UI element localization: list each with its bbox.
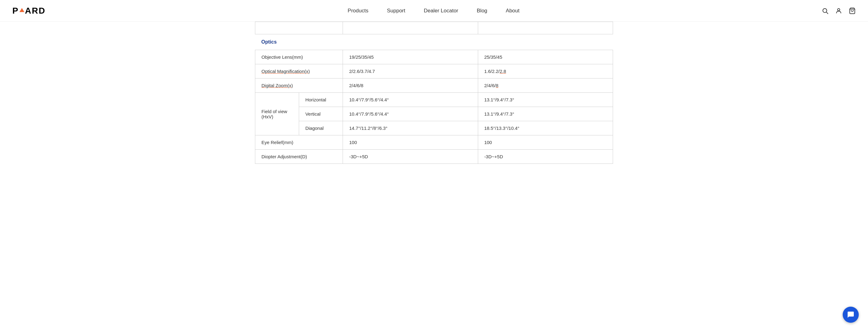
digital-zoom-label-text: Digital Zoom(x) [261, 83, 293, 88]
digital-zoom-label: Digital Zoom(x) [255, 79, 343, 93]
search-icon [822, 7, 829, 14]
optical-magnification-label-text: Optical Magnification(x) [261, 68, 310, 74]
diopter-col1: -3D~+5D [343, 149, 478, 164]
header-icons [822, 7, 856, 14]
section-optics-label: Optics [255, 34, 613, 50]
cart-button[interactable] [849, 7, 856, 14]
diopter-label: Diopter Adjustment(D) [255, 149, 343, 164]
nav-blog[interactable]: Blog [477, 8, 487, 14]
optical-magnification-col2-prefix: 1.6/2.2/ [484, 68, 500, 74]
table-row-section-optics: Optics [255, 34, 613, 50]
cart-icon [849, 7, 856, 14]
optical-magnification-col2: 1.6/2.2/2.8 [478, 64, 613, 79]
logo-triangle-icon [20, 8, 24, 12]
nav-dealer-locator[interactable]: Dealer Locator [424, 8, 458, 14]
nav-products[interactable]: Products [347, 8, 368, 14]
table-row-optical-magnification: Optical Magnification(x) 2/2.6/3.7/4.7 1… [255, 64, 613, 79]
table-row-eye-relief: Eye Relief(mm) 100 100 [255, 135, 613, 149]
logo-ard: ARD [25, 6, 46, 16]
top-partial-cell1 [255, 22, 343, 34]
fov-vertical-col2: 13.1°/9.4°/7.3° [478, 107, 613, 121]
optical-magnification-label: Optical Magnification(x) [255, 64, 343, 79]
spec-table: Optics Objective Lens(mm) 19/25/35/45 25… [255, 22, 613, 164]
nav-about[interactable]: About [506, 8, 520, 14]
table-row-fov-vertical: Vertical 10.4°/7.9°/5.6°/4.4° 13.1°/9.4°… [255, 107, 613, 121]
objective-lens-col1: 19/25/35/45 [343, 50, 478, 64]
digital-zoom-col2-prefix: 2/4/6/ [484, 83, 496, 88]
table-row-objective-lens: Objective Lens(mm) 19/25/35/45 25/35/45 [255, 50, 613, 64]
fov-vertical-col1: 10.4°/7.9°/5.6°/4.4° [343, 107, 478, 121]
user-icon [835, 7, 842, 14]
eye-relief-label: Eye Relief(mm) [255, 135, 343, 149]
header: P ARD Products Support Dealer Locator Bl… [0, 0, 868, 22]
table-row-diopter: Diopter Adjustment(D) -3D~+5D -3D~+5D [255, 149, 613, 164]
fov-horizontal-col1: 10.4°/7.9°/5.6°/4.4° [343, 93, 478, 107]
digital-zoom-col2: 2/4/6/8 [478, 79, 613, 93]
top-partial-cell2 [343, 22, 478, 34]
logo[interactable]: P ARD [12, 6, 45, 16]
fov-label: Field of view (HxV) [255, 93, 299, 135]
eye-relief-col1: 100 [343, 135, 478, 149]
svg-line-1 [826, 12, 828, 13]
objective-lens-col2: 25/35/45 [478, 50, 613, 64]
fov-horizontal-col2: 13.1°/9.4°/7.3° [478, 93, 613, 107]
fov-horizontal-label: Horizontal [299, 93, 343, 107]
digital-zoom-col2-underline: 8 [496, 83, 498, 88]
logo-p: P [12, 6, 19, 16]
top-partial-cell3 [478, 22, 613, 34]
objective-lens-label: Objective Lens(mm) [255, 50, 343, 64]
table-row-fov-horizontal: Field of view (HxV) Horizontal 10.4°/7.9… [255, 93, 613, 107]
table-row-fov-diagonal: Diagonal 14.7°/11.2°/8°/6.3° 18.5°/13.3°… [255, 121, 613, 135]
main-content: Optics Objective Lens(mm) 19/25/35/45 25… [243, 22, 625, 176]
svg-point-2 [837, 8, 840, 10]
fov-vertical-label: Vertical [299, 107, 343, 121]
fov-diagonal-label: Diagonal [299, 121, 343, 135]
user-button[interactable] [835, 7, 842, 14]
digital-zoom-col1: 2/4/6/8 [343, 79, 478, 93]
fov-diagonal-col1: 14.7°/11.2°/8°/6.3° [343, 121, 478, 135]
fov-diagonal-col2: 18.5°/13.3°/10.4° [478, 121, 613, 135]
table-row-top-partial [255, 22, 613, 34]
search-button[interactable] [822, 7, 829, 14]
optical-magnification-col2-underline: 2.8 [500, 68, 506, 74]
eye-relief-col2: 100 [478, 135, 613, 149]
nav-support[interactable]: Support [387, 8, 405, 14]
main-nav: Products Support Dealer Locator Blog Abo… [347, 8, 520, 14]
table-row-digital-zoom: Digital Zoom(x) 2/4/6/8 2/4/6/8 [255, 79, 613, 93]
optical-magnification-col1: 2/2.6/3.7/4.7 [343, 64, 478, 79]
diopter-col2: -3D~+5D [478, 149, 613, 164]
